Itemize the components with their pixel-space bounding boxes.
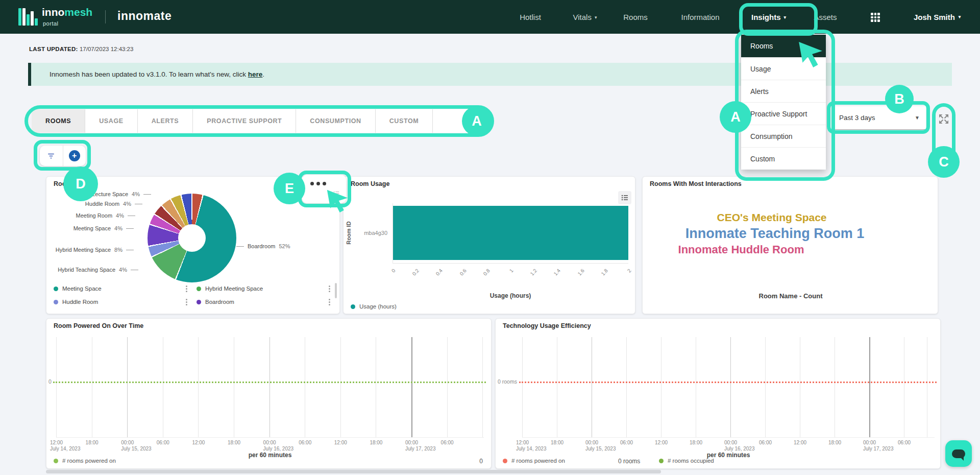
legend-dot	[54, 287, 58, 291]
chevron-down-icon: ▾	[783, 15, 786, 20]
dashboard-tabs: ROOMSUSAGEALERTSPROACTIVE SUPPORTCONSUMP…	[32, 109, 489, 133]
legend-item-menu-icon[interactable]	[183, 284, 190, 293]
legend-item-menu-icon[interactable]	[326, 284, 333, 293]
donut-callout: Hybrid Meeting Space8%	[56, 247, 134, 253]
horizontal-scrollbar[interactable]	[46, 470, 661, 473]
tab-rooms[interactable]: ROOMS	[32, 109, 85, 133]
menu-item-consumption[interactable]: Consumption	[741, 125, 826, 147]
chart-legend[interactable]: # rooms occupied	[659, 458, 714, 464]
filter-icon	[46, 151, 56, 160]
nav-item-information[interactable]: Information	[681, 0, 719, 34]
technology-usage-efficiency-card: Technology Usage Efficiency 12:00July 14…	[495, 318, 941, 469]
legend-item[interactable]: Huddle Room	[54, 295, 190, 308]
nav-item-assets[interactable]: Assets	[814, 0, 837, 34]
apps-grid-icon[interactable]	[871, 13, 880, 22]
legend-dot	[503, 459, 507, 463]
usage-bar[interactable]	[393, 206, 628, 260]
nav-item-label: Insights	[751, 13, 781, 21]
menu-item-custom[interactable]: Custom	[741, 147, 826, 170]
add-widget-button[interactable]: +	[63, 146, 86, 166]
menu-item-alerts[interactable]: Alerts	[741, 80, 826, 102]
chat-bubble-icon	[952, 449, 965, 458]
legend-item-menu-icon[interactable]	[326, 298, 333, 306]
nav-item-label: Vitals	[573, 13, 592, 21]
chart-legend[interactable]: Usage (hours)	[351, 303, 397, 310]
x-tick-label: 0.4	[435, 268, 444, 277]
gridline	[730, 337, 731, 437]
fullscreen-button[interactable]	[935, 110, 952, 128]
legend-item[interactable]: Boardroom	[197, 295, 333, 308]
tab-consumption[interactable]: CONSUMPTION	[296, 109, 375, 133]
word-cloud-word[interactable]: Innomate Teaching Room 1	[685, 226, 865, 242]
gridline	[522, 337, 523, 437]
x-tick-label: 06:00	[157, 440, 169, 446]
legend-scrollbar[interactable]	[335, 283, 337, 298]
legend-item[interactable]: Hybrid Meeting Space	[197, 282, 333, 295]
user-menu[interactable]: Josh Smith▾	[914, 0, 961, 34]
menu-item-rooms[interactable]: Rooms	[741, 35, 826, 57]
legend-dot	[54, 459, 58, 463]
filter-button[interactable]	[40, 146, 63, 166]
x-tick-label: 00:00July 15, 2023	[585, 440, 616, 452]
whats-new-link[interactable]: here	[248, 70, 263, 78]
gridline	[340, 337, 341, 437]
nav-item-insights[interactable]: Insights▾	[751, 0, 786, 34]
legend-label: Huddle Room	[62, 299, 98, 305]
legend-center-value: 0 rooms	[618, 458, 640, 465]
card-title: Room Powered On Over Time	[54, 322, 143, 329]
more-options-icon[interactable]	[310, 182, 326, 185]
x-tick-label: 06:00	[759, 440, 772, 446]
dashboard-screen: { "header": { "logo": {"part1": "inno", …	[0, 0, 980, 475]
innomesh-logo-icon	[18, 8, 38, 26]
nav-item-label: Information	[681, 13, 719, 21]
tab-custom[interactable]: CUSTOM	[376, 109, 433, 133]
menu-item-usage[interactable]: Usage	[741, 57, 826, 80]
word-cloud-word[interactable]: Innomate Huddle Room	[678, 243, 804, 256]
x-tick-label: 00:00July 16, 2023	[263, 440, 294, 452]
legend-item[interactable]: Meeting Space	[54, 282, 190, 295]
innomesh-logo[interactable]: innomesh portal	[18, 7, 92, 29]
gridline	[270, 337, 270, 437]
callout-line	[131, 270, 138, 270]
x-tick-label: 18:00	[828, 440, 841, 446]
x-tick-label: 00:00July 17, 2023	[863, 440, 894, 452]
word-cloud-word[interactable]: CEO's Meeting Space	[717, 211, 826, 224]
tab-alerts[interactable]: ALERTS	[138, 109, 193, 133]
chat-button[interactable]	[945, 440, 972, 467]
gridline	[592, 337, 592, 437]
legend-dot	[197, 300, 201, 304]
x-axis-label: Usage (hours)	[393, 292, 628, 299]
legend-list-button[interactable]	[618, 191, 631, 204]
y-axis-label: Room ID	[346, 212, 352, 253]
timeframe-select[interactable]: Past 3 days ▼	[832, 106, 926, 130]
header-divider	[105, 10, 106, 23]
room-powered-on-card: Room Powered On Over Time 12:00July 14, …	[46, 318, 492, 469]
axis-baseline	[56, 437, 484, 438]
nav-item-vitals[interactable]: Vitals▾	[573, 0, 597, 34]
timeframe-value: Past 3 days	[839, 114, 875, 122]
legend-label: Hybrid Meeting Space	[205, 286, 263, 292]
chart-legend[interactable]: # rooms powered on	[503, 458, 565, 464]
nav-item-rooms[interactable]: Rooms	[623, 0, 648, 34]
tab-usage[interactable]: USAGE	[85, 109, 137, 133]
x-tick-label: 0.6	[458, 268, 467, 277]
gridline	[800, 337, 800, 437]
flat-data-line[interactable]	[519, 382, 937, 383]
gridline	[198, 337, 199, 437]
gridline	[482, 337, 483, 437]
list-icon[interactable]	[333, 190, 340, 199]
card-options-menu[interactable]	[302, 175, 346, 203]
legend-item-menu-icon[interactable]	[183, 298, 190, 306]
tab-proactive-support[interactable]: PROACTIVE SUPPORT	[193, 109, 296, 133]
gridline	[447, 337, 448, 437]
nav-item-label: Rooms	[623, 13, 648, 21]
interactions-card: Rooms With Most Interactions CEO's Meeti…	[642, 176, 938, 314]
donut-callout: Huddle Room4%	[85, 201, 142, 207]
chevron-down-icon: ▾	[959, 14, 961, 19]
nav-item-hotlist[interactable]: Hotlist	[520, 0, 541, 34]
donut-callout: Boardroom52%	[236, 243, 290, 249]
flat-data-line[interactable]	[53, 382, 486, 383]
app-header: innomesh portal innomate HotlistVitals▾R…	[0, 0, 980, 34]
chart-legend[interactable]: # rooms powered on	[54, 458, 116, 464]
menu-item-proactive-support[interactable]: Proactive Support	[741, 102, 826, 125]
